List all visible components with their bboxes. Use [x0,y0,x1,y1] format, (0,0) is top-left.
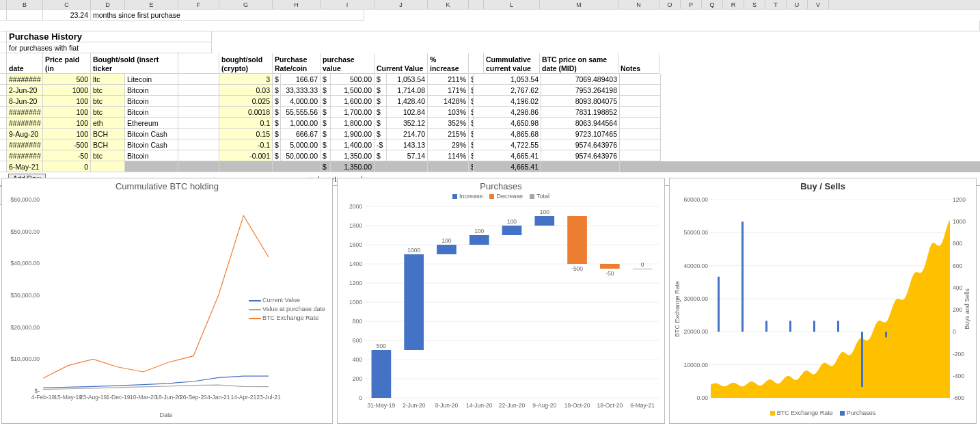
svg-text:1000: 1000 [407,247,420,254]
svg-text:0: 0 [641,261,644,268]
col-header[interactable]: J [375,0,428,9]
svg-text:-400: -400 [953,373,964,379]
months-value[interactable]: 23.24 [43,10,91,21]
svg-text:$40,000.00: $40,000.00 [10,260,40,267]
svg-text:18-Oct-20: 18-Oct-20 [597,402,623,409]
col-header[interactable]: G [219,0,273,9]
svg-text:1200: 1200 [953,196,966,203]
th-rate[interactable]: Purchase Rate/coin [273,53,321,74]
chart2-svg: 0200400600800100012001400160018002000 50… [338,200,666,418]
col-header[interactable]: E [125,0,178,9]
col-header[interactable]: P [681,0,702,9]
col-header[interactable]: K [428,0,469,9]
col-header[interactable] [0,0,7,9]
col-header[interactable]: T [765,0,787,9]
svg-text:-200: -200 [953,351,964,358]
svg-text:4-Feb-19: 4-Feb-19 [31,394,55,401]
table-row[interactable]: 9-Aug-20100BCHBitcoin Cash0.15$666.67$1,… [0,129,980,139]
svg-text:31-May-19: 31-May-19 [368,402,396,409]
svg-text:800: 800 [353,318,362,325]
col-header[interactable]: S [744,0,765,9]
svg-text:23-Jul-21: 23-Jul-21 [256,394,281,401]
th-cpv[interactable]: Cumulative purchase value [321,53,375,74]
svg-rect-52 [567,216,587,264]
col-header[interactable]: D [91,0,125,9]
svg-text:-500: -500 [571,265,583,272]
svg-text:0.00: 0.00 [696,394,708,401]
svg-text:14-Apr-21: 14-Apr-21 [230,394,256,401]
th-cv[interactable]: Current Value [375,53,428,74]
svg-text:800: 800 [953,240,962,247]
th-crypto[interactable]: bought/sold (crypto) [219,53,273,74]
col-header[interactable]: C [43,0,91,9]
th-notes[interactable]: Notes [618,53,659,74]
col-header[interactable]: I [321,0,375,9]
svg-rect-94 [789,321,791,332]
col-header[interactable] [469,0,484,9]
svg-rect-44 [437,245,457,254]
svg-text:60000.00: 60000.00 [684,196,709,203]
chart-cumulative-btc: Cummulative BTC holding $-$10,000.00$20,… [1,178,333,424]
svg-text:1000: 1000 [953,218,966,225]
table-row[interactable]: ########500ltcLitecoin3$166.67$500.00$1,… [0,74,980,85]
svg-text:9-Aug-20: 9-Aug-20 [532,402,556,409]
th-date[interactable]: date [7,53,43,74]
col-header[interactable]: M [540,0,618,9]
svg-text:18-Oct-20: 18-Oct-20 [564,402,590,409]
svg-rect-97 [861,332,863,387]
svg-rect-46 [469,235,489,245]
table-row[interactable]: ########100btcBitcoin0.0018$55,555.56$1,… [0,107,980,118]
svg-text:1000: 1000 [349,299,362,306]
svg-text:1200: 1200 [349,280,362,286]
col-header[interactable]: H [273,0,321,9]
col-header[interactable]: Q [702,0,723,9]
col-header[interactable]: L [484,0,540,9]
svg-text:Date: Date [159,412,172,418]
svg-text:600: 600 [953,263,962,269]
svg-rect-42 [404,254,424,350]
chart2-title: Purchases [338,181,664,191]
column-headers: BCDEFGHIJKLMNOPQRSTUV [0,0,980,10]
svg-text:6-May-21: 6-May-21 [630,402,655,409]
total-row[interactable]: 6-May-21 0 $ 1,350.00 $ 4,665.41 [0,161,980,172]
svg-rect-91 [718,277,720,332]
col-header[interactable]: F [178,0,219,9]
chart-buy-sells: Buy / Sells 0.0010000.0020000.0030000.00… [669,178,977,424]
svg-text:22-Jun-20: 22-Jun-20 [499,402,526,409]
th-ccv[interactable]: Cummulative current value [484,53,540,74]
th-price[interactable]: Price paid (in [43,53,91,74]
svg-text:0: 0 [359,394,362,401]
svg-text:8-Jun-20: 8-Jun-20 [435,402,459,409]
svg-text:0: 0 [953,328,956,335]
col-header[interactable]: O [659,0,681,9]
th-btc[interactable]: BTC price on same date (MID) [540,53,618,74]
svg-text:$50,000.00: $50,000.00 [10,228,40,235]
table-row[interactable]: ########100ethEthereum0.1$1,000.00$1,800… [0,118,980,129]
th-pct[interactable]: % increase [428,53,469,74]
col-header[interactable]: N [618,0,659,9]
svg-text:10-Mar-20: 10-Mar-20 [130,394,156,401]
svg-text:$60,000.00: $60,000.00 [10,196,40,203]
svg-text:-600: -600 [953,394,964,401]
table-row[interactable]: 8-Jun-20100btcBitcoin0.025$4,000.00$1,60… [0,96,980,107]
svg-text:$20,000.00: $20,000.00 [10,324,40,331]
table-row[interactable]: 2-Jun-201000btcBitcoin0.03$33,333.33$1,5… [0,85,980,96]
chart-purchases: Purchases IncreaseDecreaseTotal 02004006… [337,178,665,424]
svg-rect-48 [502,226,522,235]
chart1-title: Cummulative BTC holding [2,181,332,191]
svg-text:500: 500 [377,342,386,349]
col-header[interactable]: R [723,0,744,9]
svg-rect-95 [813,321,815,332]
svg-rect-93 [765,321,767,332]
col-header[interactable]: V [808,0,829,9]
svg-text:26-Sep-20: 26-Sep-20 [180,394,207,401]
table-row[interactable]: ########-50btcBitcoin-0.001$50,000.00$1,… [0,150,980,161]
col-header[interactable]: U [787,0,808,9]
svg-text:BTC Exchange Rate: BTC Exchange Rate [674,281,681,337]
th-ticker[interactable]: Bought/sold (insert ticker [91,53,178,74]
svg-text:4-Jan-21: 4-Jan-21 [207,394,230,401]
table-row[interactable]: ########-500BCHBitcoin Cash-0.1$5,000.00… [0,139,980,150]
subtitle: for purchases with fiat [7,42,212,53]
col-header[interactable]: B [7,0,43,9]
svg-text:2000: 2000 [349,203,362,210]
